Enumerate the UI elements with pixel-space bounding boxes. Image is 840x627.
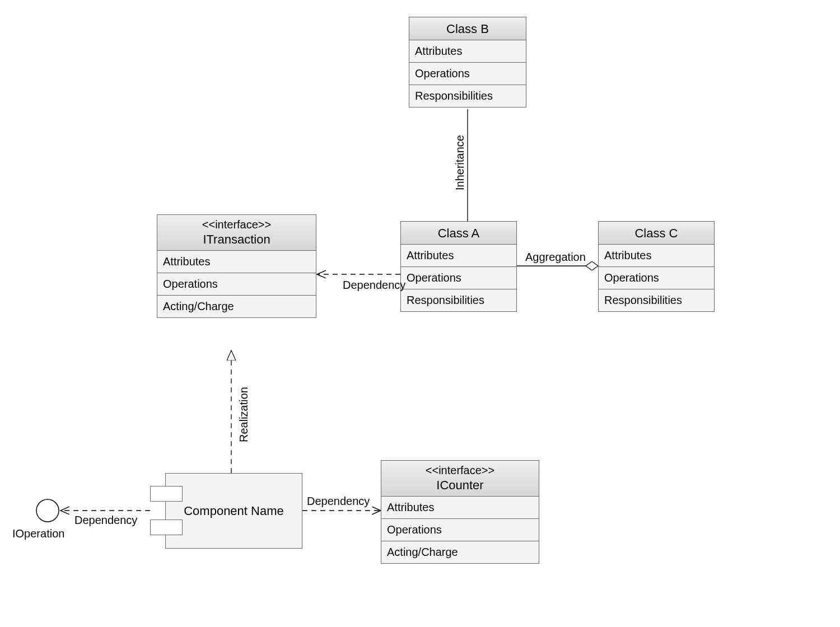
class-c-name: Class C <box>601 225 712 241</box>
label-aggregation: Aggregation <box>525 251 586 264</box>
class-c[interactable]: Class C Attributes Operations Responsibi… <box>598 221 715 312</box>
label-inheritance: Inheritance <box>454 135 466 190</box>
label-dependency-comp-icounter: Dependency <box>307 495 370 508</box>
itransaction-row: Operations <box>157 273 316 296</box>
icounter-row: Attributes <box>381 497 539 519</box>
icounter-row: Acting/Charge <box>381 541 539 563</box>
component-box[interactable]: Component Name <box>165 473 302 549</box>
interface-icounter[interactable]: <<interface>> ICounter Attributes Operat… <box>381 460 539 564</box>
lollipop-ioperation <box>36 499 59 522</box>
icounter-name: ICounter <box>384 477 536 493</box>
label-dependency-a-itx: Dependency <box>343 279 405 292</box>
class-a-row: Responsibilities <box>401 289 516 311</box>
component-lug <box>150 486 183 502</box>
class-b-name: Class B <box>412 21 524 36</box>
icounter-row: Operations <box>381 519 539 541</box>
class-a-row: Attributes <box>401 245 516 267</box>
label-dependency-comp-iop: Dependency <box>74 514 137 527</box>
class-c-row: Responsibilities <box>599 289 714 311</box>
class-b-row: Operations <box>409 63 526 85</box>
icounter-stereotype: <<interface>> <box>384 464 536 477</box>
class-b[interactable]: Class B Attributes Operations Responsibi… <box>409 17 526 107</box>
component-name: Component Name <box>184 503 284 519</box>
class-b-row: Attributes <box>409 40 526 63</box>
itransaction-name: ITransaction <box>160 231 314 247</box>
component-lug <box>150 520 183 535</box>
itransaction-stereotype: <<interface>> <box>160 218 314 231</box>
class-a-name: Class A <box>403 225 514 241</box>
class-b-row: Responsibilities <box>409 85 526 107</box>
class-c-row: Attributes <box>599 245 714 267</box>
itransaction-row: Attributes <box>157 251 316 273</box>
class-a-row: Operations <box>401 267 516 289</box>
label-ioperation: IOperation <box>12 527 64 540</box>
interface-itransaction[interactable]: <<interface>> ITransaction Attributes Op… <box>157 214 316 318</box>
class-a[interactable]: Class A Attributes Operations Responsibi… <box>400 221 517 312</box>
itransaction-row: Acting/Charge <box>157 296 316 317</box>
label-realization: Realization <box>237 387 250 442</box>
class-c-row: Operations <box>599 267 714 289</box>
